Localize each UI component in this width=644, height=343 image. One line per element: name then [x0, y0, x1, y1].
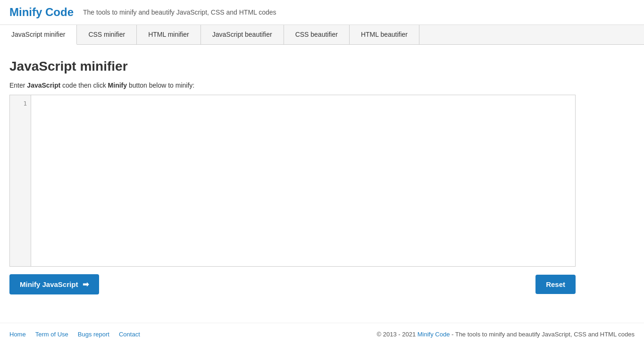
instruction-keyword2: Minify [108, 82, 127, 89]
line-number-1: 1 [10, 99, 31, 108]
copyright-suffix: - The tools to minify and beautify JavaS… [450, 331, 635, 338]
tab-html-minifier[interactable]: HTML minifier [137, 25, 201, 44]
page-title: JavaScript minifier [9, 59, 604, 74]
minify-button-label: Minify JavaScript [20, 280, 78, 288]
instruction-prefix: Enter [9, 82, 27, 89]
footer-link-home[interactable]: Home [9, 331, 26, 338]
footer-link-contact[interactable]: Contact [119, 331, 140, 338]
tab-css-minifier[interactable]: CSS minifier [77, 25, 137, 44]
tab-html-beautifier[interactable]: HTML beautifier [350, 25, 419, 44]
tab-css-beautifier[interactable]: CSS beautifier [284, 25, 350, 44]
instruction-keyword1: JavaScript [27, 82, 60, 89]
site-tagline: The tools to minify and beautify JavaScr… [83, 8, 276, 16]
line-numbers: 1 [10, 95, 31, 266]
footer-link-term-of-use[interactable]: Term of Use [35, 331, 68, 338]
code-textarea[interactable] [31, 95, 575, 266]
reset-button[interactable]: Reset [535, 275, 576, 294]
instruction-middle: code then click [60, 82, 108, 89]
tab-javascript-minifier[interactable]: JavaScript minifier [0, 25, 77, 45]
site-title[interactable]: Minify Code [9, 6, 74, 19]
copyright-brand[interactable]: Minify Code [418, 331, 450, 338]
main-content: JavaScript minifier Enter JavaScript cod… [0, 45, 613, 304]
buttons-row: Minify JavaScript ➡ Reset [9, 274, 576, 294]
header: Minify Code The tools to minify and beau… [0, 0, 644, 25]
tab-javascript-beautifier[interactable]: JavaScript beautifier [201, 25, 284, 44]
editor-container: 1 [9, 95, 576, 267]
instruction-suffix: button below to minify: [127, 82, 194, 89]
nav-tabs: JavaScript minifier CSS minifier HTML mi… [0, 25, 644, 45]
footer-links: Home Term of Use Bugs report Contact [9, 331, 140, 338]
footer-copyright: © 2013 - 2021 Minify Code - The tools to… [377, 331, 635, 338]
instruction-text: Enter JavaScript code then click Minify … [9, 82, 604, 89]
footer: Home Term of Use Bugs report Contact © 2… [0, 323, 644, 343]
arrow-icon: ➡ [83, 280, 89, 289]
minify-button[interactable]: Minify JavaScript ➡ [9, 274, 99, 294]
copyright-prefix: © 2013 - 2021 [377, 331, 418, 338]
footer-link-bugs-report[interactable]: Bugs report [78, 331, 109, 338]
